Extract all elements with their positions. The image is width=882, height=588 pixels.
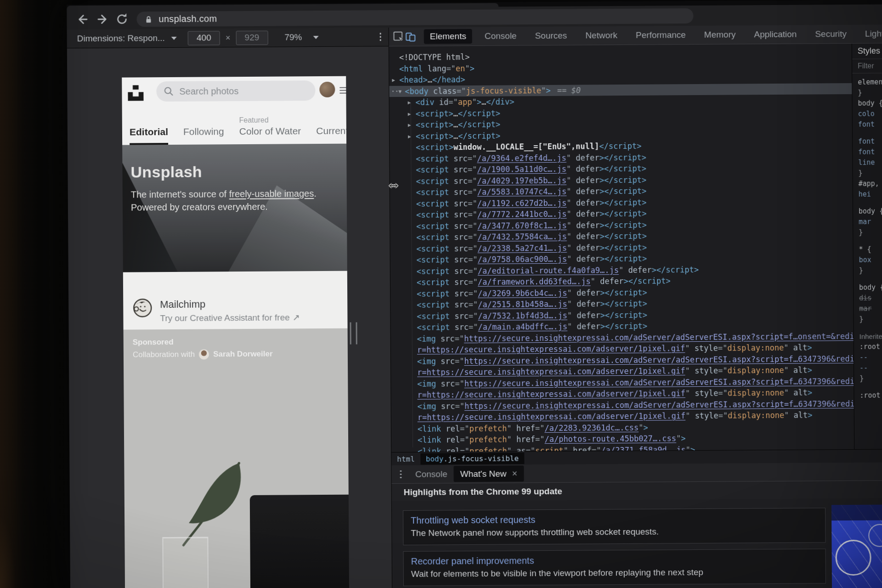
collaboration-text: Collaboration with <box>133 350 195 360</box>
styles-row: line <box>858 157 882 168</box>
dimensions-dropdown-label[interactable]: Dimensions: Respon... <box>77 33 165 44</box>
menu-icon[interactable] <box>339 87 347 96</box>
devtools-tab-security[interactable]: Security <box>809 27 853 42</box>
devtools-tab-lighthouse[interactable]: Lighthouse <box>859 26 882 41</box>
reload-button[interactable] <box>113 11 130 28</box>
forward-button[interactable] <box>94 11 111 28</box>
collaborator-avatar[interactable] <box>199 350 209 360</box>
artwork-band <box>831 505 882 521</box>
device-toolbar-icon <box>405 31 417 43</box>
devtools-tab-memory[interactable]: Memory <box>698 27 742 42</box>
styles-filter-input[interactable]: Filter <box>852 59 882 74</box>
viewport-height-input[interactable] <box>236 30 268 45</box>
devtools-toolbar: ElementsConsoleSourcesNetworkPerformance… <box>389 24 882 46</box>
mouse-resize-cursor: ↔ <box>387 175 401 191</box>
photo-of-monitor: unsplash.com Dimensions: Respon... × 79% <box>0 0 882 588</box>
whats-new-cards: Throttling web socket requestsThe Networ… <box>403 508 826 588</box>
zoom-select[interactable]: 79% <box>284 32 318 42</box>
external-link-arrow-icon: ↗ <box>293 312 300 322</box>
card-title-link[interactable]: Recorder panel improvements <box>411 554 818 566</box>
glass-vase-photo <box>162 537 209 588</box>
tab-label: Current Ev <box>316 125 349 136</box>
page-tab-editorial[interactable]: Editorial <box>130 126 168 145</box>
lock-icon <box>144 15 153 24</box>
styles-row: } <box>858 168 882 178</box>
devtools-tab-console[interactable]: Console <box>479 28 523 44</box>
drawer-more-icon[interactable] <box>400 470 401 479</box>
expand-arrow-icon[interactable]: ▶ <box>407 97 411 109</box>
device-toolbar-more-icon[interactable] <box>379 33 381 41</box>
styles-row: -- <box>859 362 882 373</box>
styles-row: body { <box>859 282 882 293</box>
devtools-tab-elements[interactable]: Elements <box>424 29 472 44</box>
styles-row: mar <box>859 216 882 227</box>
styles-row: } <box>859 314 882 324</box>
drawer-tab-whats-new[interactable]: What's New × <box>454 465 524 482</box>
hero-section: Unsplash The internet's source of freely… <box>122 144 347 272</box>
tab-label: Editorial <box>130 126 168 138</box>
devtools-tab-performance[interactable]: Performance <box>630 28 692 43</box>
expand-arrow-icon[interactable]: ▶ <box>408 131 411 142</box>
styles-row: } <box>859 227 882 237</box>
unsplash-logo-icon[interactable] <box>128 85 143 101</box>
viewport-width-input[interactable] <box>188 31 220 45</box>
styles-row: box <box>859 254 882 265</box>
devtools-tab-sources[interactable]: Sources <box>529 28 573 44</box>
styles-row: -- <box>859 352 882 362</box>
drawer-tab-bar: Console What's New × <box>391 462 882 484</box>
styles-rules: elemen}body {colofontfontfontline}#app,h… <box>852 73 882 401</box>
address-bar[interactable]: unsplash.com <box>136 8 693 27</box>
search-input[interactable]: Search photos <box>156 80 315 102</box>
chevron-down-icon[interactable] <box>171 36 177 40</box>
back-button[interactable] <box>74 11 90 28</box>
tab-label: Color of Water <box>239 125 301 137</box>
devtools-drawer: Console What's New × Highlights from the… <box>391 462 882 588</box>
forward-arrow-icon <box>95 11 110 27</box>
page-tab-bar: EditorialFollowingFeaturedColor of Water… <box>122 113 346 145</box>
collaborator-name[interactable]: Sarah Dorweiler <box>213 350 273 359</box>
dimensions-times: × <box>226 33 231 43</box>
collaboration-row: Collaboration with Sarah Dorweiler <box>133 349 273 360</box>
inspect-element-button[interactable] <box>393 30 405 44</box>
freely-usable-images-link[interactable]: freely-usable images <box>229 188 314 199</box>
card-title-link[interactable]: Throttling web socket requests <box>411 513 818 526</box>
page-tab-following[interactable]: Following <box>183 126 224 145</box>
devtools-tab-network[interactable]: Network <box>579 28 623 43</box>
styles-row: #app, <box>859 178 882 189</box>
ad-tagline[interactable]: Try our Creative Assistant for free↗ <box>160 312 300 323</box>
hero-tagline-prefix: The internet's source of <box>131 189 229 199</box>
styles-row: font <box>858 119 882 130</box>
breadcrumb-tag: body <box>426 454 444 463</box>
page-tab-current-ev[interactable]: Current Ev <box>316 125 349 144</box>
elements-tree[interactable]: <!DOCTYPE html><html lang="en">▶<head>…<… <box>389 44 854 452</box>
search-icon <box>164 86 174 96</box>
toggle-device-toolbar-button[interactable] <box>405 30 417 44</box>
styles-row: } <box>859 373 882 384</box>
whats-new-card: Recorder panel improvementsWait for elem… <box>403 548 826 586</box>
styles-row: :root <box>859 341 882 352</box>
mailchimp-ad[interactable]: Mailchimp Try our Creative Assistant for… <box>123 271 348 330</box>
expand-arrow-icon[interactable]: ▶ <box>408 120 411 131</box>
viewport-resize-handle[interactable] <box>350 322 357 345</box>
user-avatar[interactable] <box>319 82 335 97</box>
tab-styles[interactable]: Styles <box>852 43 882 59</box>
chrome-update-artwork <box>831 505 882 588</box>
reload-icon <box>114 12 129 27</box>
drawer-tab-console[interactable]: Console <box>409 466 454 482</box>
devtools-tab-bar: ElementsConsoleSourcesNetworkPerformance… <box>424 26 882 44</box>
close-icon[interactable]: × <box>512 468 517 479</box>
tab-label: Following <box>183 126 224 137</box>
breadcrumb-item-body[interactable]: body.js-focus-visible <box>420 452 524 464</box>
expand-arrow-icon[interactable]: ▶ <box>408 108 411 120</box>
page-tab-color-of-water[interactable]: FeaturedColor of Water <box>239 116 301 144</box>
unsplash-header: Search photos EditorialFollowingFeatured… <box>122 76 346 146</box>
breadcrumb-item-html[interactable]: html <box>391 453 420 464</box>
devtools-tab-application[interactable]: Application <box>748 27 803 42</box>
styles-row: hei <box>859 189 882 199</box>
ad-tagline-text: Try our Creative Assistant for free <box>160 312 289 323</box>
expand-arrow-icon[interactable]: ▶ <box>392 75 395 86</box>
expand-arrow-icon[interactable]: ▼ <box>398 86 401 97</box>
card-description: Wait for elements to be visible in the v… <box>411 566 818 579</box>
styles-row: :root <box>859 390 882 401</box>
responsive-viewport: Search photos EditorialFollowingFeatured… <box>67 46 392 588</box>
